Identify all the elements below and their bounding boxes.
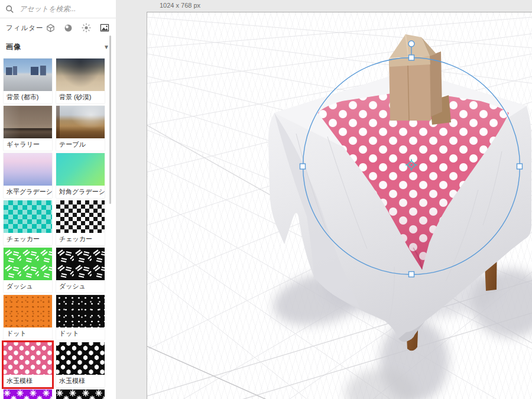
asset-card-star-black[interactable]: 星形 [56, 390, 105, 399]
filter-label: フィルター [6, 24, 44, 33]
asset-thumb-dot-orange [4, 295, 52, 327]
canvas-size-label: 1024 x 768 px [160, 2, 200, 9]
scene-3d [147, 12, 532, 399]
handle-right[interactable] [517, 164, 523, 169]
asset-card-desert[interactable]: 背景 (砂漠) [56, 59, 105, 103]
asset-label: チェッカー [56, 233, 105, 245]
viewport: 1024 x 768 px [116, 0, 532, 399]
asset-grid: 背景 (都市) 背景 (砂漠) ギャラリー テーブル 水平グラデーシ… 対角グラ… [0, 55, 116, 399]
asset-card-table[interactable]: テーブル [56, 106, 105, 151]
asset-label: 水玉模様 [4, 375, 52, 387]
asset-label: 水玉模様 [56, 375, 105, 387]
asset-thumb-dot-black [56, 295, 105, 327]
asset-card-dot-black[interactable]: ドット [56, 295, 105, 340]
asset-thumb-star-black [56, 390, 105, 399]
canvas-artboard[interactable] [147, 12, 532, 399]
asset-thumb-dash-green [4, 248, 52, 280]
asset-card-polka-black[interactable]: 水玉模様 [56, 342, 105, 387]
asset-card-polka-pink-selected[interactable]: 水玉模様 [4, 342, 52, 387]
asset-thumb-gallery [4, 106, 52, 138]
paper-bag-model[interactable] [389, 34, 451, 125]
asset-thumb-checker-teal [4, 200, 52, 233]
rotate-handle[interactable] [408, 41, 414, 47]
asset-label: 背景 (砂漠) [56, 91, 105, 103]
search-icon [6, 5, 14, 13]
filter-images-button[interactable] [99, 23, 110, 33]
asset-label: ダッシュ [4, 280, 52, 293]
handle-bottom[interactable] [409, 272, 414, 277]
section-header-images[interactable]: 画像 ▼ [0, 36, 116, 55]
asset-label: 水平グラデーシ… [4, 186, 52, 198]
asset-thumb-polka-pink [4, 342, 52, 375]
image-icon [100, 24, 109, 32]
assets-panel: フィルター [0, 0, 116, 399]
asset-thumb-polka-black [56, 342, 105, 375]
asset-thumb-horizontal-gradient [4, 153, 52, 186]
asset-card-dot-orange[interactable]: ドット [4, 295, 52, 340]
asset-card-gallery[interactable]: ギャラリー [4, 106, 52, 151]
sidebar-scrollbar[interactable] [109, 35, 111, 204]
asset-label: チェッカー [4, 233, 52, 245]
sun-icon [82, 23, 91, 33]
asset-thumb-checker-bw [56, 200, 105, 233]
asset-card-dash-black[interactable]: ダッシュ [56, 248, 105, 293]
asset-search [0, 0, 116, 18]
handle-left[interactable] [300, 164, 306, 169]
app-window: フィルター [0, 0, 532, 399]
asset-label: ギャラリー [4, 138, 52, 151]
asset-card-dash-green[interactable]: ダッシュ [4, 248, 52, 293]
asset-card-horizontal-gradient[interactable]: 水平グラデーシ… [4, 153, 52, 198]
asset-thumb-star-purple [4, 390, 52, 399]
asset-label: テーブル [56, 138, 105, 151]
filter-lights-button[interactable] [81, 22, 92, 33]
asset-label: ダッシュ [56, 280, 105, 293]
asset-card-star-purple[interactable]: 星形 [4, 390, 52, 399]
section-title: 画像 [6, 42, 21, 52]
asset-label: ドット [4, 327, 52, 340]
asset-card-checker-teal[interactable]: チェッカー [4, 200, 52, 245]
asset-thumb-desert [56, 59, 105, 91]
asset-card-city[interactable]: 背景 (都市) [4, 59, 52, 103]
filter-models-button[interactable] [46, 23, 56, 33]
asset-thumb-city [4, 59, 52, 91]
filter-row: フィルター [0, 18, 116, 36]
cube-icon [46, 24, 55, 33]
asset-thumb-diagonal-gradient [56, 153, 105, 186]
handle-top[interactable] [409, 55, 414, 60]
asset-thumb-dash-black [56, 248, 105, 280]
asset-card-diagonal-gradient[interactable]: 対角グラデーシ… [56, 153, 105, 198]
asset-label: ドット [56, 327, 105, 340]
search-input[interactable] [18, 4, 110, 14]
asset-label: 背景 (都市) [4, 91, 52, 103]
asset-label: 対角グラデーシ… [56, 186, 105, 198]
sphere-icon [64, 24, 73, 33]
asset-thumb-table [56, 106, 105, 138]
asset-card-checker-bw[interactable]: チェッカー [56, 200, 105, 245]
filter-materials-button[interactable] [63, 23, 73, 33]
